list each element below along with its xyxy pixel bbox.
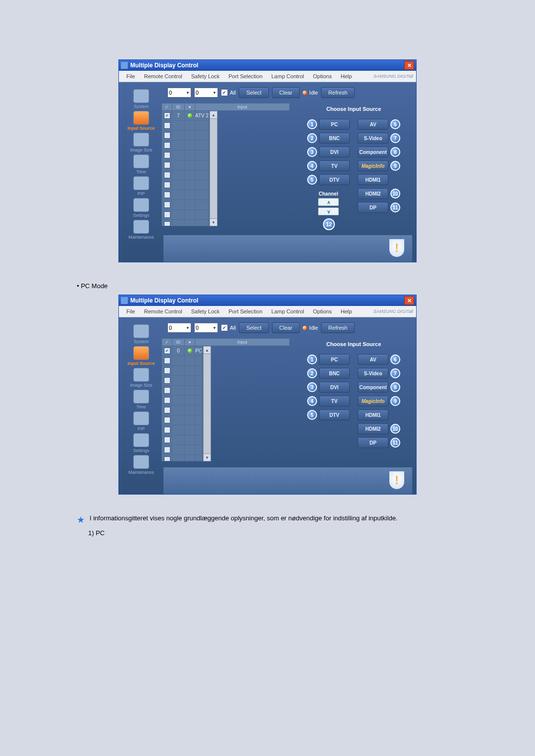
table-row[interactable]	[162, 180, 209, 190]
col-check[interactable]: ✓	[162, 103, 172, 110]
row-checkbox[interactable]	[164, 397, 170, 403]
menu-file[interactable]: File	[122, 73, 140, 79]
table-row[interactable]	[162, 396, 203, 405]
row-checkbox[interactable]	[164, 357, 170, 364]
row-checkbox[interactable]	[164, 367, 170, 374]
menu-options[interactable]: Options	[309, 308, 336, 314]
source-tv-button[interactable]: TV	[319, 160, 350, 171]
source-tv-button[interactable]: TV	[319, 396, 350, 406]
source-pc-button[interactable]: PC	[319, 354, 350, 365]
scrollbar[interactable]: ▲ ▼	[203, 346, 211, 461]
menu-lamp[interactable]: Lamp Control	[267, 308, 309, 314]
row-checkbox[interactable]	[164, 172, 170, 178]
sidebar-item-pip[interactable]: PIP	[122, 176, 160, 196]
source-hdmi1-button[interactable]: HDMI1	[358, 409, 388, 420]
clear-button[interactable]: Clear	[272, 322, 300, 333]
table-row[interactable]	[162, 160, 209, 170]
row-checkbox[interactable]	[164, 407, 170, 413]
source-hdmi2-button[interactable]: HDMI2	[358, 188, 388, 199]
selector-1[interactable]: 0▼	[167, 323, 191, 333]
sidebar-item-time[interactable]: Time	[122, 390, 160, 409]
source-av-button[interactable]: AV	[358, 354, 388, 365]
source-dp-button[interactable]: DP	[358, 437, 388, 448]
close-icon[interactable]: ✕	[404, 296, 414, 305]
channel-up-button[interactable]: ∧	[318, 198, 339, 206]
close-icon[interactable]: ✕	[404, 61, 414, 70]
table-row[interactable]	[162, 405, 203, 415]
row-checkbox[interactable]	[164, 437, 170, 443]
sidebar-item-time[interactable]: Time	[122, 154, 160, 174]
row-checkbox[interactable]	[164, 202, 170, 208]
selector-1[interactable]: 0▼	[167, 88, 191, 98]
checkbox-all[interactable]: ✔ All	[221, 89, 236, 96]
refresh-button[interactable]: Refresh	[321, 87, 355, 98]
channel-down-button[interactable]: ∨	[318, 207, 339, 215]
col-id[interactable]: ID	[172, 339, 185, 346]
menu-port[interactable]: Port Selection	[224, 308, 267, 314]
sidebar-item-image-size[interactable]: Image Size	[122, 368, 160, 388]
selector-2[interactable]: 0▼	[194, 323, 218, 333]
source-hdmi1-button[interactable]: HDMI1	[358, 174, 388, 185]
source-component-button[interactable]: Component	[358, 147, 388, 157]
sidebar-item-input-source[interactable]: Input Source	[122, 346, 160, 366]
source-hdmi2-button[interactable]: HDMI2	[358, 423, 388, 434]
clear-button[interactable]: Clear	[272, 87, 300, 98]
table-row[interactable]	[162, 445, 203, 455]
table-row[interactable]	[162, 141, 209, 151]
col-input[interactable]: Input	[195, 339, 290, 346]
row-checkbox[interactable]	[164, 192, 170, 198]
menu-file[interactable]: File	[122, 308, 140, 314]
menu-help[interactable]: Help	[336, 308, 357, 314]
scroll-up-icon[interactable]: ▲	[204, 347, 211, 354]
source-component-button[interactable]: Component	[358, 382, 388, 393]
sidebar-item-system[interactable]: System	[122, 89, 160, 109]
table-row[interactable]	[162, 121, 209, 131]
row-checkbox[interactable]	[164, 377, 170, 384]
row-checkbox[interactable]: ✔	[164, 112, 170, 119]
source-magicinfo-button[interactable]: MagicInfo	[358, 396, 388, 406]
sidebar-item-pip[interactable]: PIP	[122, 411, 160, 431]
sidebar-item-settings[interactable]: Settings	[122, 198, 160, 218]
table-row[interactable]: ✔ 7 ATV 2	[162, 111, 209, 121]
table-row[interactable]	[162, 386, 203, 396]
scroll-down-icon[interactable]: ▼	[204, 454, 211, 461]
checkbox-all[interactable]: ✔ All	[221, 324, 236, 331]
table-row[interactable]	[162, 190, 209, 200]
row-checkbox[interactable]	[164, 122, 170, 129]
sidebar-item-system[interactable]: System	[122, 324, 160, 344]
table-row[interactable]	[162, 376, 203, 386]
col-check[interactable]: ✓	[162, 339, 172, 346]
row-checkbox[interactable]	[164, 221, 170, 226]
table-row[interactable]	[162, 200, 209, 210]
sidebar-item-settings[interactable]: Settings	[122, 433, 160, 453]
table-row[interactable]	[162, 415, 203, 425]
menu-lamp[interactable]: Lamp Control	[267, 73, 309, 79]
scrollbar[interactable]: ▲ ▼	[210, 111, 217, 226]
select-button[interactable]: Select	[239, 322, 269, 333]
row-checkbox[interactable]	[164, 162, 170, 168]
source-dp-button[interactable]: DP	[358, 202, 388, 213]
source-svideo-button[interactable]: S-Video	[358, 368, 388, 379]
menu-safety[interactable]: Safety Lock	[187, 73, 224, 79]
source-dvi-button[interactable]: DVI	[319, 382, 350, 393]
table-row[interactable]	[162, 366, 203, 376]
menu-remote[interactable]: Remote Control	[140, 308, 187, 314]
row-checkbox[interactable]	[164, 417, 170, 423]
selector-2[interactable]: 0▼	[194, 88, 218, 98]
source-av-button[interactable]: AV	[358, 119, 388, 130]
menu-remote[interactable]: Remote Control	[140, 73, 187, 79]
menu-options[interactable]: Options	[309, 73, 336, 79]
row-checkbox[interactable]	[164, 447, 170, 453]
scroll-down-icon[interactable]: ▼	[210, 218, 217, 226]
table-row[interactable]	[162, 210, 209, 220]
menu-port[interactable]: Port Selection	[224, 73, 267, 79]
source-magicinfo-button[interactable]: MagicInfo	[358, 160, 388, 171]
row-checkbox[interactable]	[164, 142, 170, 149]
refresh-button[interactable]: Refresh	[321, 322, 355, 333]
source-dtv-button[interactable]: DTV	[319, 174, 350, 185]
table-row[interactable]	[162, 131, 209, 141]
table-row[interactable]	[162, 220, 209, 226]
row-checkbox[interactable]	[164, 182, 170, 188]
sidebar-item-input-source[interactable]: Input Source	[122, 111, 160, 131]
row-checkbox[interactable]	[164, 456, 170, 461]
